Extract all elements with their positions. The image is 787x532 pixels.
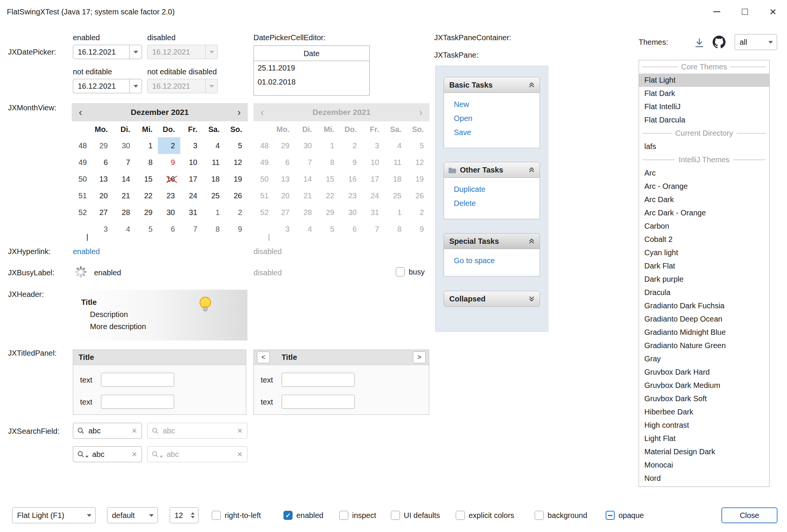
theme-list-item[interactable]: Arc - Orange — [639, 180, 769, 193]
datepicker-enabled[interactable]: 16.12.2021 — [73, 45, 142, 59]
day-cell[interactable]: 4 — [203, 137, 225, 154]
search-field-3[interactable]: × — [73, 446, 142, 462]
checkbox-right-to-left[interactable]: right-to-left — [212, 511, 261, 520]
theme-list-item[interactable]: Gradianto Midnight Blue — [639, 326, 769, 339]
day-cell[interactable]: 28 — [113, 204, 135, 221]
theme-list-item[interactable]: Dark Flat — [639, 259, 769, 273]
task-link[interactable]: Duplicate — [444, 182, 540, 196]
day-cell[interactable]: 6 — [158, 221, 180, 237]
theme-list-item[interactable]: Dark purple — [639, 273, 769, 286]
theme-list-item[interactable]: Hiberbee Dark — [639, 405, 769, 419]
day-cell[interactable]: 9 — [225, 221, 247, 237]
day-cell[interactable]: 31 — [180, 204, 203, 221]
theme-list-item[interactable]: Gruvbox Dark Soft — [639, 392, 769, 405]
day-cell[interactable]: 30 — [113, 137, 135, 154]
theme-list-item[interactable]: Arc Dark - Orange — [639, 206, 769, 220]
day-cell[interactable]: 30 — [158, 204, 180, 221]
day-cell[interactable]: 2 — [225, 204, 247, 221]
table-row[interactable]: 01.02.2018 — [254, 75, 369, 89]
chevron-double-up-icon[interactable] — [528, 82, 535, 88]
checkbox-box[interactable] — [396, 267, 405, 276]
prev-month-icon[interactable]: ‹ — [72, 103, 89, 121]
font-size-spinner[interactable]: 12 — [170, 507, 198, 523]
day-cell[interactable]: 18 — [203, 171, 225, 187]
minimize-button[interactable] — [703, 0, 731, 24]
theme-list-item[interactable]: Flat Darcula — [639, 113, 769, 127]
theme-list-item[interactable]: lafs — [639, 140, 769, 153]
day-cell[interactable]: 3 — [91, 221, 113, 237]
checkbox-ui-defaults[interactable]: UI defaults — [391, 511, 440, 520]
next-button[interactable]: > — [413, 352, 426, 363]
theme-list-item[interactable]: High contrast — [639, 419, 769, 432]
checkbox-background[interactable]: background — [535, 511, 587, 520]
theme-list-item[interactable]: Flat Light — [639, 74, 769, 87]
text-input[interactable] — [101, 373, 174, 387]
theme-list-item[interactable]: Flat IntelliJ — [639, 100, 769, 113]
spinner-down-icon[interactable] — [191, 516, 195, 518]
day-cell[interactable]: 21 — [113, 187, 135, 204]
table-row[interactable]: 25.11.2019 — [254, 61, 369, 75]
day-cell[interactable]: 15 — [135, 171, 158, 187]
next-month-icon[interactable]: › — [230, 103, 248, 121]
datepicker-dropdown-button[interactable] — [129, 45, 142, 59]
clear-icon[interactable]: × — [132, 450, 142, 459]
theme-list-item[interactable]: Gradianto Dark Fuchsia — [639, 299, 769, 312]
checkbox-box[interactable] — [212, 511, 221, 520]
themes-filter-combobox[interactable]: all — [735, 34, 777, 50]
clear-icon[interactable]: × — [132, 426, 142, 435]
theme-list-item[interactable]: Monocai — [639, 458, 769, 472]
day-cell[interactable]: 9 — [158, 154, 180, 171]
theme-list-item[interactable]: Arc — [639, 166, 769, 180]
theme-list-item[interactable]: Flat Dark — [639, 87, 769, 100]
day-cell[interactable]: 8 — [135, 154, 158, 171]
search-input[interactable] — [88, 450, 132, 459]
search-field-1[interactable]: × — [73, 423, 142, 439]
checkbox-box[interactable] — [456, 511, 465, 520]
theme-list-item[interactable]: Gruvbox Dark Medium — [639, 379, 769, 392]
day-cell[interactable]: 2 — [158, 137, 180, 154]
day-cell[interactable]: 25 — [203, 187, 225, 204]
search-input[interactable] — [85, 427, 132, 435]
day-cell[interactable]: 13 — [91, 171, 113, 187]
close-window-button[interactable]: × — [759, 0, 787, 24]
theme-list-item[interactable]: Nord — [639, 472, 769, 485]
datepicker-not-editable[interactable]: 16.12.2021 — [73, 79, 142, 93]
day-cell[interactable]: 3 — [180, 137, 203, 154]
day-cell[interactable]: 8 — [203, 221, 225, 237]
checkbox-box[interactable]: ✓ — [283, 511, 293, 520]
search-dropdown-icon[interactable] — [77, 450, 88, 458]
style-combobox[interactable]: default — [107, 507, 158, 523]
checkbox-enabled[interactable]: ✓enabled — [283, 511, 323, 520]
hyperlink-enabled[interactable]: enabled — [73, 247, 100, 256]
theme-list-item[interactable]: Material Design Dark — [639, 445, 769, 458]
day-cell[interactable]: 29 — [91, 137, 113, 154]
prev-button[interactable]: < — [257, 352, 270, 363]
day-cell[interactable]: 19 — [225, 171, 247, 187]
day-cell[interactable]: 22 — [135, 187, 158, 204]
download-icon[interactable] — [694, 37, 705, 50]
theme-list-item[interactable]: Gradianto Nature Green — [639, 339, 769, 352]
theme-list-item[interactable]: Light Flat — [639, 432, 769, 445]
taskpane-header[interactable]: Other Tasks — [444, 162, 540, 178]
checkbox-inspect[interactable]: inspect — [339, 511, 376, 520]
text-input[interactable] — [101, 395, 174, 409]
taskpane-header[interactable]: Basic Tasks — [444, 77, 540, 93]
day-cell[interactable]: 7 — [113, 154, 135, 171]
day-cell[interactable]: 16 — [158, 171, 180, 187]
day-cell[interactable]: 20 — [91, 187, 113, 204]
theme-list-item[interactable]: Gray — [639, 352, 769, 366]
datepicker-dropdown-button[interactable] — [129, 79, 142, 93]
day-cell[interactable]: 26 — [225, 187, 247, 204]
day-cell[interactable]: 5 — [225, 137, 247, 154]
checkbox-explicit-colors[interactable]: explicit colors — [456, 511, 514, 520]
text-input[interactable] — [282, 373, 355, 387]
datepicker-value[interactable]: 16.12.2021 — [73, 48, 129, 56]
day-cell[interactable]: 7 — [180, 221, 203, 237]
theme-list-item[interactable]: Carbon — [639, 220, 769, 233]
day-cell[interactable]: 1 — [203, 204, 225, 221]
day-cell[interactable]: 11 — [203, 154, 225, 171]
theme-list-item[interactable]: Cyan light — [639, 246, 769, 259]
cell-editor-table[interactable]: Date 25.11.2019 01.02.2018 — [253, 46, 370, 96]
checkbox-opaque[interactable]: opaque — [606, 511, 644, 520]
monthview-enabled[interactable]: ‹Dezember 2021›Mo.Di.Mi.Do.Fr.Sa.So.4829… — [72, 103, 248, 241]
